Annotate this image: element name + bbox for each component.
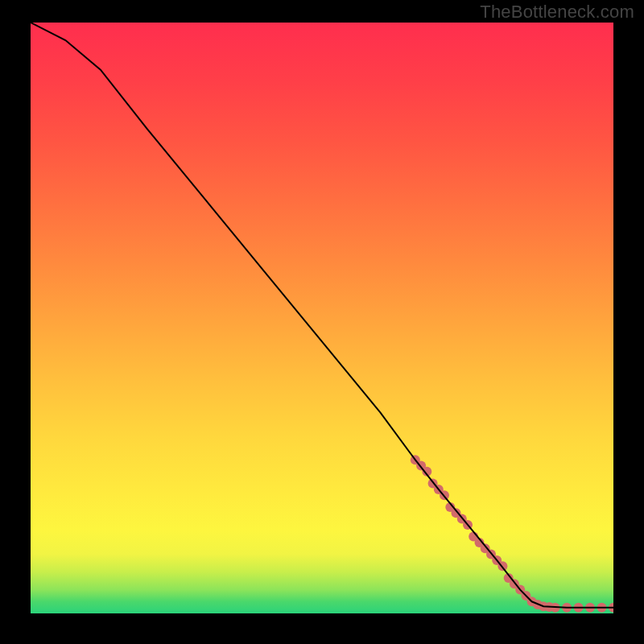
watermark-text: TheBottleneck.com bbox=[480, 2, 634, 23]
curve-line bbox=[31, 23, 613, 608]
chart-svg bbox=[31, 23, 613, 613]
marker-group bbox=[411, 455, 613, 613]
chart-frame: TheBottleneck.com bbox=[0, 0, 644, 644]
plot-area bbox=[31, 23, 613, 613]
